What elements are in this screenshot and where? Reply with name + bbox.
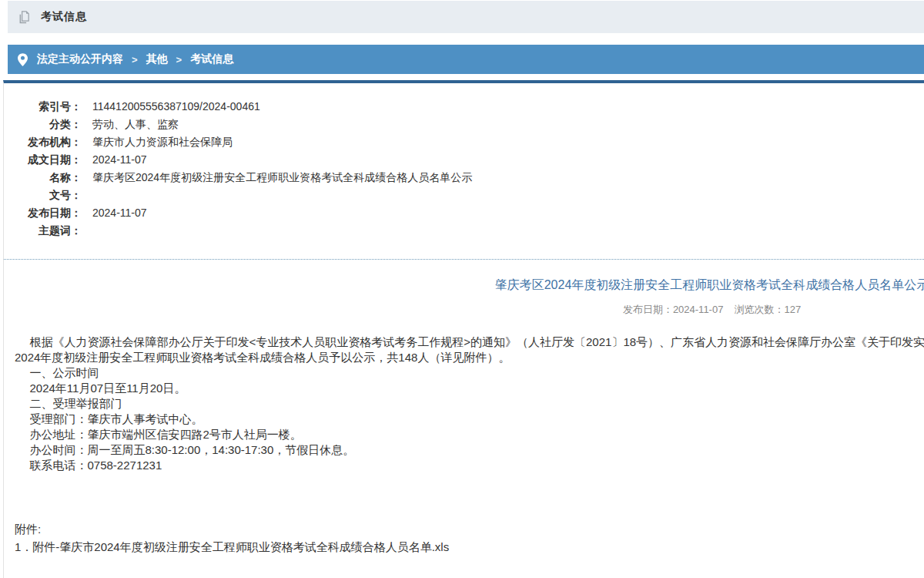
article-dateline: 发布日期：2024-11-07浏览次数：127 — [15, 303, 924, 317]
paragraph: 办公时间：周一至周五8:30-12:00，14:30-17:30，节假日休息。 — [15, 442, 924, 458]
meta-label: 文号： — [4, 187, 82, 204]
views-label: 浏览次数： — [734, 304, 784, 315]
breadcrumb: 法定主动公开内容 > 其他 > 考试信息 — [8, 45, 924, 74]
paragraph: 联系电话：0758-2271231 — [15, 458, 924, 473]
meta-label: 发布机构： — [4, 133, 82, 151]
page-header: 考试信息 — [8, 1, 924, 33]
meta-row-doc-number: 文号： — [4, 187, 924, 204]
paragraph: 一、公示时间 — [15, 365, 924, 381]
publish-date-value: 2024-11-07 — [673, 304, 724, 315]
meta-value — [82, 187, 92, 204]
attachments: 附件: 1．附件-肇庆市2024年度初级注册安全工程师职业资格考试全科成绩合格人… — [15, 522, 924, 557]
meta-label: 主题词： — [4, 222, 82, 240]
location-pin-icon — [18, 53, 28, 66]
paragraph: 办公地址：肇庆市端州区信安四路2号市人社局一楼。 — [15, 427, 924, 442]
meta-row-publish-date: 发布日期： 2024-11-07 — [4, 204, 924, 222]
page: 考试信息 法定主动公开内容 > 其他 > 考试信息 索引号： 114412005… — [0, 1, 924, 578]
meta-label: 名称： — [4, 169, 82, 187]
article-body: 根据《人力资源社会保障部办公厅关于印发<专业技术人员职业资格考试考务工作规程>的… — [15, 334, 924, 473]
meta-label: 分类： — [4, 116, 82, 133]
meta-row-issuing-agency: 发布机构： 肇庆市人力资源和社会保障局 — [4, 133, 924, 151]
meta-value: 劳动、人事、监察 — [82, 116, 179, 133]
meta-row-category: 分类： 劳动、人事、监察 — [4, 116, 924, 133]
page-title: 考试信息 — [41, 10, 87, 24]
attachments-heading: 附件: — [15, 522, 924, 537]
article-title: 肇庆考区2024年度初级注册安全工程师职业资格考试全科成绩合格人员名单公示 — [15, 277, 924, 293]
meta-label: 索引号： — [4, 98, 82, 116]
paragraph: 2024年11月07日至11月20日。 — [15, 381, 924, 396]
meta-row-index-number: 索引号： 114412005556387109/2024-00461 — [4, 98, 924, 116]
meta-row-name: 名称： 肇庆考区2024年度初级注册安全工程师职业资格考试全科成绩合格人员名单公… — [4, 169, 924, 187]
document-metadata: 索引号： 114412005556387109/2024-00461 分类： 劳… — [4, 83, 924, 260]
meta-value: 肇庆考区2024年度初级注册安全工程师职业资格考试全科成绩合格人员名单公示 — [82, 169, 472, 187]
article: 肇庆考区2024年度初级注册安全工程师职业资格考试全科成绩合格人员名单公示 发布… — [4, 277, 924, 573]
breadcrumb-item-legal-disclosure[interactable]: 法定主动公开内容 — [37, 52, 123, 66]
chevron-right-icon: > — [176, 54, 182, 66]
paragraph: 2024年度初级注册安全工程师职业资格考试全科成绩合格人员予以公示，共148人（… — [15, 350, 924, 365]
views-count: 127 — [784, 304, 801, 315]
paragraph: 根据《人力资源社会保障部办公厅关于印发<专业技术人员职业资格考试考务工作规程>的… — [15, 334, 924, 350]
meta-value: 2024-11-07 — [82, 151, 147, 169]
document-copy-icon — [18, 11, 30, 24]
paragraph: 二、受理举报部门 — [15, 396, 924, 412]
meta-row-written-date: 成文日期： 2024-11-07 — [4, 151, 924, 169]
meta-value: 肇庆市人力资源和社会保障局 — [82, 133, 233, 151]
publish-date-label: 发布日期： — [623, 304, 673, 315]
breadcrumb-item-other[interactable]: 其他 — [146, 52, 168, 66]
meta-label: 成文日期： — [4, 151, 82, 169]
meta-value: 2024-11-07 — [82, 204, 147, 222]
meta-value: 114412005556387109/2024-00461 — [82, 98, 260, 116]
meta-value — [82, 222, 92, 240]
attachment-link[interactable]: 1．附件-肇庆市2024年度初级注册安全工程师职业资格考试全科成绩合格人员名单.… — [15, 537, 924, 557]
meta-label: 发布日期： — [4, 204, 82, 222]
meta-row-keywords: 主题词： — [4, 222, 924, 240]
content-box: 索引号： 114412005556387109/2024-00461 分类： 劳… — [3, 80, 924, 578]
breadcrumb-item-exam-info[interactable]: 考试信息 — [190, 52, 233, 66]
chevron-right-icon: > — [132, 54, 138, 66]
paragraph: 受理部门：肇庆市人事考试中心。 — [15, 412, 924, 427]
